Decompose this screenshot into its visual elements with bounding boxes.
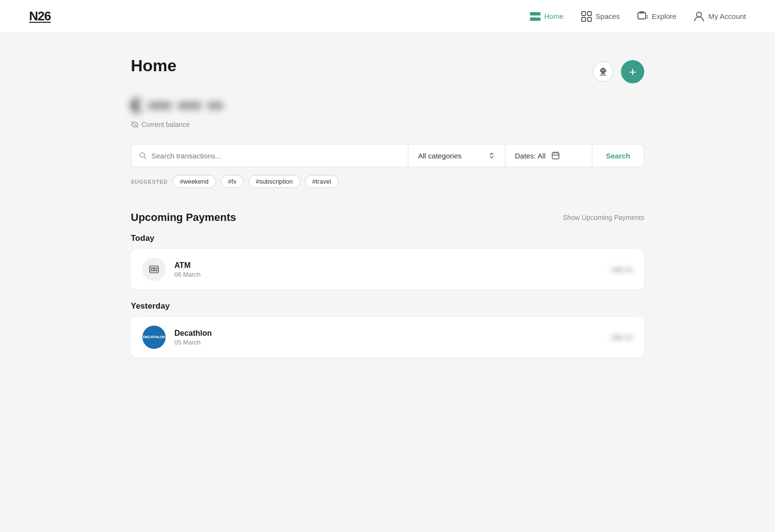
svg-point-15 (153, 268, 155, 270)
nav-explore[interactable]: Explore (637, 11, 677, 22)
decathlon-name: Decathlon (174, 329, 603, 338)
table-row: ATM 06 March •••• •• (131, 249, 644, 290)
suggested-row: SUGGESTED #weekend #fx #subscription #tr… (131, 175, 644, 188)
upcoming-title: Upcoming Payments (131, 211, 236, 224)
svg-rect-3 (588, 12, 591, 16)
explore-icon (637, 11, 648, 22)
atm-name: ATM (174, 261, 603, 270)
add-button[interactable]: + (621, 60, 644, 83)
download-button[interactable] (593, 62, 613, 82)
search-input[interactable] (151, 152, 400, 160)
header-actions: + (593, 60, 644, 83)
show-upcoming-link[interactable]: Show Upcoming Payments (563, 214, 644, 221)
main-content: Home + € ••• ••• •• (111, 33, 664, 398)
balance-amount: € ••• ••• •• (131, 95, 644, 117)
svg-rect-6 (638, 13, 646, 19)
calendar-icon (551, 151, 560, 160)
search-bar: All categories Dates: All Search (131, 144, 644, 167)
yesterday-label: Yesterday (131, 301, 644, 311)
eye-hidden-icon (131, 121, 139, 128)
tag-travel[interactable]: #travel (305, 175, 339, 188)
app-logo[interactable]: N26 (29, 9, 51, 24)
atm-info: ATM 06 March (174, 261, 603, 278)
decathlon-logo: DECATHLON (143, 335, 165, 340)
table-row: DECATHLON Decathlon 05 March •••• •• (131, 317, 644, 358)
decathlon-date: 05 March (174, 339, 603, 346)
svg-rect-5 (588, 17, 591, 21)
nav-spaces[interactable]: Spaces (581, 11, 620, 22)
sort-icon (488, 152, 495, 159)
svg-rect-13 (150, 266, 158, 273)
category-value: All categories (418, 152, 483, 160)
svg-rect-2 (582, 12, 586, 16)
suggested-label: SUGGESTED (131, 179, 168, 185)
atm-icon-wrap (142, 258, 166, 281)
nav-home[interactable]: Home (530, 11, 564, 22)
balance-section: € ••• ••• •• Current balance (131, 95, 644, 128)
decathlon-info: Decathlon 05 March (174, 329, 603, 346)
category-select[interactable]: All categories (408, 145, 505, 167)
upcoming-payments-header: Upcoming Payments Show Upcoming Payments (131, 211, 644, 224)
page-title: Home (131, 56, 176, 75)
svg-point-10 (697, 12, 701, 17)
header-row: Home + (131, 56, 644, 83)
svg-rect-12 (552, 153, 559, 159)
atm-amount: •••• •• (612, 266, 633, 274)
search-input-wrap[interactable] (131, 145, 408, 167)
decathlon-amount: •••• •• (612, 333, 633, 342)
dates-select[interactable]: Dates: All (505, 144, 592, 167)
search-button[interactable]: Search (592, 145, 644, 167)
tag-subscription[interactable]: #subscription (248, 175, 300, 188)
spaces-icon (581, 11, 592, 22)
today-label: Today (131, 234, 644, 243)
home-icon (530, 11, 541, 22)
balance-label: Current balance (131, 121, 644, 128)
nav-links: Home Spaces Ex (530, 11, 746, 22)
decathlon-icon-wrap: DECATHLON (142, 326, 166, 349)
download-icon (598, 67, 608, 77)
svg-rect-4 (582, 17, 586, 21)
tag-fx[interactable]: #fx (221, 175, 244, 188)
search-icon (139, 152, 146, 159)
svg-rect-1 (530, 17, 541, 21)
nav-account[interactable]: My Account (694, 11, 746, 22)
navbar: N26 Home Spaces (0, 0, 775, 33)
account-icon (694, 11, 704, 22)
svg-rect-0 (530, 12, 541, 16)
atm-date: 06 March (174, 271, 603, 278)
dates-value: Dates: All (515, 152, 545, 160)
plus-icon: + (629, 65, 636, 78)
tag-weekend[interactable]: #weekend (172, 175, 216, 188)
atm-icon (148, 264, 160, 275)
